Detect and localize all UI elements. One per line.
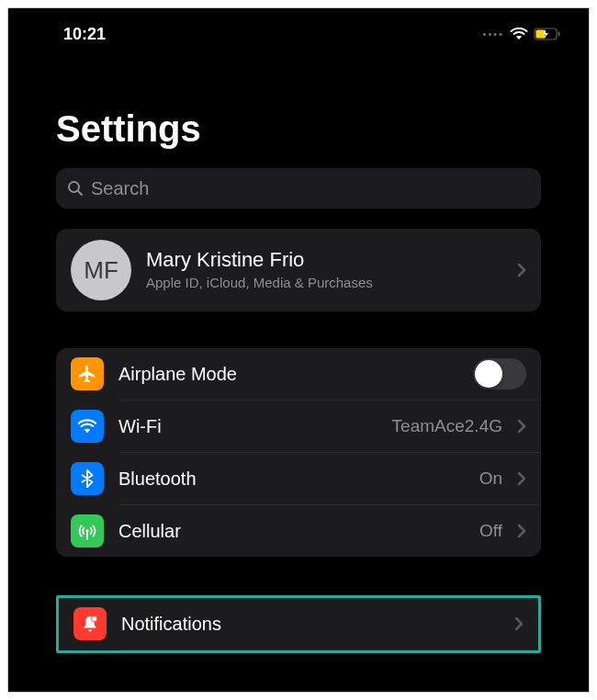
cellular-signal-icon: •••• <box>483 28 504 40</box>
notifications-row[interactable]: Notifications <box>59 598 538 649</box>
search-placeholder: Search <box>91 178 149 199</box>
search-icon <box>67 180 84 197</box>
page-title: Settings <box>8 49 589 168</box>
switch-knob <box>475 360 502 388</box>
search-input[interactable]: Search <box>56 168 541 209</box>
cellular-label: Cellular <box>118 521 465 542</box>
chevron-right-icon <box>514 616 524 631</box>
chevron-right-icon <box>517 471 526 486</box>
airplane-icon <box>71 357 104 390</box>
connectivity-group: Airplane Mode Wi-Fi TeamAce2.4G <box>56 348 541 557</box>
svg-rect-1 <box>558 32 560 37</box>
bluetooth-row[interactable]: Bluetooth On <box>56 453 541 504</box>
wifi-label: Wi-Fi <box>118 416 377 437</box>
profile-name: Mary Kristine Frio <box>146 248 502 272</box>
content: Search MF Mary Kristine Frio Apple ID, i… <box>8 168 589 653</box>
wifi-settings-icon <box>71 410 104 443</box>
status-bar: 10:21 •••• <box>8 8 589 49</box>
cellular-row[interactable]: Cellular Off <box>56 505 541 557</box>
cellular-icon <box>71 514 104 548</box>
svg-line-4 <box>78 191 82 195</box>
chevron-right-icon <box>517 524 526 538</box>
chevron-right-icon <box>517 263 526 277</box>
bluetooth-value: On <box>479 469 502 489</box>
status-time: 10:21 <box>63 25 106 44</box>
profile-text: Mary Kristine Frio Apple ID, iCloud, Med… <box>146 248 502 292</box>
airplane-mode-row[interactable]: Airplane Mode <box>56 348 541 400</box>
notifications-highlight: Notifications <box>56 595 541 653</box>
battery-charging-icon <box>534 28 561 40</box>
profile-row[interactable]: MF Mary Kristine Frio Apple ID, iCloud, … <box>56 229 541 311</box>
airplane-toggle[interactable] <box>473 358 526 390</box>
bluetooth-icon <box>71 462 104 495</box>
chevron-right-icon <box>517 419 526 434</box>
avatar: MF <box>71 240 131 300</box>
cellular-value: Off <box>479 521 502 541</box>
profile-card: MF Mary Kristine Frio Apple ID, iCloud, … <box>56 229 541 311</box>
notifications-icon <box>73 607 107 640</box>
notifications-label: Notifications <box>121 614 500 635</box>
bluetooth-label: Bluetooth <box>118 469 465 490</box>
wifi-icon <box>510 28 528 40</box>
phone-frame: 10:21 •••• Settings Search <box>7 7 590 693</box>
svg-point-7 <box>91 615 96 621</box>
wifi-value: TeamAce2.4G <box>392 416 502 436</box>
status-icons: •••• <box>483 28 561 40</box>
profile-subtitle: Apple ID, iCloud, Media & Purchases <box>146 274 502 292</box>
wifi-row[interactable]: Wi-Fi TeamAce2.4G <box>56 401 541 452</box>
airplane-label: Airplane Mode <box>118 364 458 385</box>
